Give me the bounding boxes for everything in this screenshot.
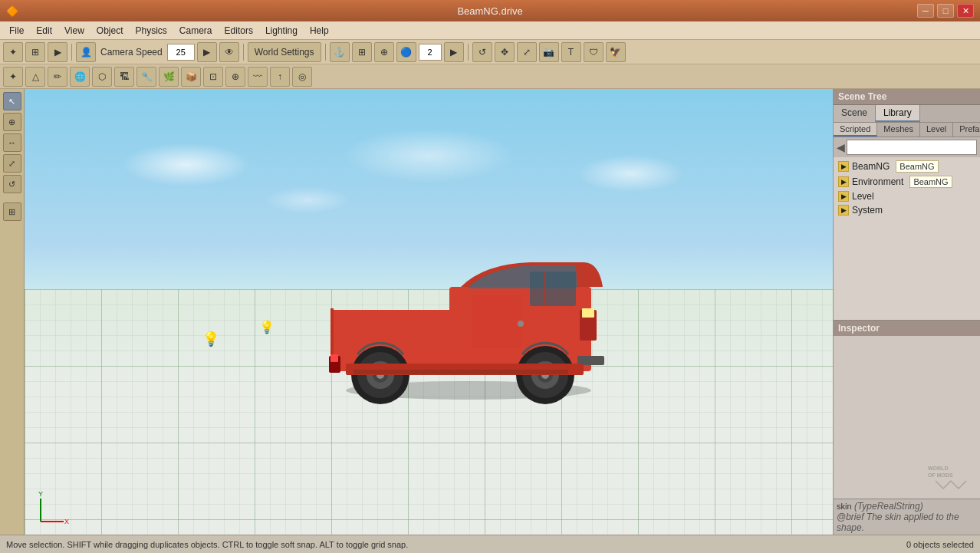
lamp-object-1: 💡 xyxy=(202,331,219,347)
tree-item-system-label: System xyxy=(852,205,883,216)
tb2-btn-4[interactable]: 🌐 xyxy=(70,67,90,87)
tree-item-beamng-label: BeamNG xyxy=(852,161,890,172)
app-title: BeamNG.drive xyxy=(457,5,522,17)
tb2-btn-11[interactable]: ⊕ xyxy=(225,67,245,87)
toolbar-separator-3 xyxy=(325,44,326,61)
tree-tooltip-environment: BeamNG xyxy=(909,176,952,188)
toolbar-separator-4 xyxy=(468,44,469,61)
tb2-btn-12[interactable]: 〰 xyxy=(248,67,268,87)
lt-scale-btn[interactable]: ⤢ xyxy=(3,154,21,173)
titlebar-controls: ─ □ ✕ xyxy=(917,4,974,18)
folder-icon-system: ▶ xyxy=(838,205,849,216)
toolbar-btn-text[interactable]: T xyxy=(561,42,581,62)
titlebar-left: 🔶 xyxy=(6,5,18,17)
scene-tree-title: Scene Tree xyxy=(838,91,886,102)
left-toolbar: ↖ ⊕ ↔ ⤢ ↺ ⊞ xyxy=(0,89,25,535)
viewport[interactable]: 💡 💡 xyxy=(25,89,833,535)
tree-item-beamng[interactable]: ▶ BeamNG BeamNG xyxy=(835,159,978,174)
toolbar-btn-snap[interactable]: ⊕ xyxy=(374,42,394,62)
lib-tab-meshes[interactable]: Meshes xyxy=(877,123,920,137)
scene-tree-header: Scene Tree xyxy=(834,89,980,105)
toolbar-btn-5[interactable]: 🛡 xyxy=(584,42,603,62)
toolbar-btn-1[interactable]: ✦ xyxy=(3,42,23,62)
library-tabs: Scripted Meshes Level Prefabs xyxy=(834,123,980,137)
tb2-btn-3[interactable]: ✏ xyxy=(48,67,67,87)
tree-item-environment[interactable]: ▶ Environment BeamNG xyxy=(835,174,978,189)
toolbar-btn-play[interactable]: ▶ xyxy=(48,42,67,62)
tb2-btn-7[interactable]: 🔧 xyxy=(136,67,156,87)
library-search: ◀ xyxy=(834,137,980,157)
right-panel: Scene Tree Scene Library Scripted Meshes… xyxy=(833,89,980,535)
tree-item-system[interactable]: ▶ System xyxy=(835,203,978,217)
tb2-btn-14[interactable]: ◎ xyxy=(292,67,312,87)
snap-inc[interactable]: ▶ xyxy=(444,42,464,62)
toolbar-btn-6[interactable]: 🦅 xyxy=(606,42,626,62)
toolbar-btn-2[interactable]: ⊞ xyxy=(25,42,45,62)
truck-object xyxy=(307,241,630,410)
tab-scene[interactable]: Scene xyxy=(834,105,876,122)
tb2-btn-5[interactable]: ⬡ xyxy=(92,67,112,87)
toolbar-btn-refresh[interactable]: ↺ xyxy=(472,42,492,62)
lib-tab-scripted[interactable]: Scripted xyxy=(834,123,877,137)
toolbar-separator-1 xyxy=(71,44,72,61)
menu-help[interactable]: Help xyxy=(304,24,335,38)
camera-speed-input[interactable] xyxy=(167,44,195,61)
scene-tree-tabs: Scene Library xyxy=(834,105,980,123)
tb2-btn-2[interactable]: △ xyxy=(25,67,45,87)
tb2-btn-13[interactable]: ↑ xyxy=(270,67,290,87)
inspector-panel: Inspector WORLD OF MODS skin (TypeRealSt… xyxy=(834,320,980,535)
menu-camera[interactable]: Camera xyxy=(173,24,219,38)
tree-content: ▶ BeamNG BeamNG ▶ Environment BeamNG ▶ L… xyxy=(834,157,980,320)
tree-item-level-label: Level xyxy=(852,191,874,202)
folder-icon-beamng: ▶ xyxy=(838,161,849,172)
menu-editors[interactable]: Editors xyxy=(219,24,259,38)
tb2-btn-10[interactable]: ⊡ xyxy=(203,67,223,87)
restore-button[interactable]: □ xyxy=(937,4,954,18)
tb2-btn-6[interactable]: 🏗 xyxy=(114,67,134,87)
status-message: Move selection. SHIFT while dragging dup… xyxy=(6,540,408,549)
lib-tab-level[interactable]: Level xyxy=(920,123,953,137)
snap-value-input[interactable] xyxy=(419,44,442,61)
camera-speed-label: Camera Speed xyxy=(100,47,163,58)
toolbar-btn-move[interactable]: ✥ xyxy=(495,42,515,62)
tree-item-level[interactable]: ▶ Level xyxy=(835,189,978,203)
tb2-btn-8[interactable]: 🌿 xyxy=(159,67,179,87)
minimize-button[interactable]: ─ xyxy=(917,4,934,18)
lib-tab-prefabs[interactable]: Prefabs xyxy=(953,123,980,137)
lt-move-btn[interactable]: ↔ xyxy=(3,133,21,152)
close-button[interactable]: ✕ xyxy=(957,4,974,18)
tb2-btn-1[interactable]: ✦ xyxy=(3,67,23,87)
menu-object[interactable]: Object xyxy=(90,24,130,38)
camera-speed-inc[interactable]: ▶ xyxy=(197,42,217,62)
app-icon: 🔶 xyxy=(6,5,18,17)
toolbar-btn-camera2[interactable]: 📷 xyxy=(539,42,559,62)
truck-svg xyxy=(307,241,630,410)
lt-grid-btn[interactable]: ⊞ xyxy=(3,202,21,221)
toolbar-btn-magnet[interactable]: 🔵 xyxy=(396,42,416,62)
library-search-input[interactable] xyxy=(847,140,977,155)
tree-item-environment-label: Environment xyxy=(852,176,903,187)
toolbar-btn-person[interactable]: 👤 xyxy=(76,42,96,62)
toolbar-btn-scale2[interactable]: ⤢ xyxy=(517,42,537,62)
toolbar-btn-grid[interactable]: ⊞ xyxy=(352,42,372,62)
svg-text:WORLD: WORLD xyxy=(928,466,948,471)
menu-view[interactable]: View xyxy=(58,24,90,38)
inspector-skin-desc: @brief The skin applied to the shape. xyxy=(837,512,977,533)
menu-file[interactable]: File xyxy=(3,24,30,38)
toolbar-btn-anchor[interactable]: ⚓ xyxy=(330,42,350,62)
lt-expand-btn[interactable]: ⊕ xyxy=(3,113,21,131)
lt-rotate-btn[interactable]: ↺ xyxy=(3,175,21,193)
tab-library[interactable]: Library xyxy=(876,105,920,122)
inspector-skin-label: skin xyxy=(837,502,852,511)
lt-select-btn[interactable]: ↖ xyxy=(3,92,21,110)
tb2-btn-9[interactable]: 📦 xyxy=(181,67,201,87)
menu-physics[interactable]: Physics xyxy=(130,24,173,38)
menu-edit[interactable]: Edit xyxy=(30,24,58,38)
titlebar: 🔶 BeamNG.drive ─ □ ✕ xyxy=(0,0,980,21)
camera-preview[interactable]: 👁 xyxy=(219,42,239,62)
world-settings-button[interactable]: World Settings xyxy=(248,42,321,62)
tree-tooltip-beamng: BeamNG xyxy=(896,160,938,173)
inspector-header: Inspector xyxy=(834,321,980,336)
menu-lighting[interactable]: Lighting xyxy=(259,24,304,38)
search-back-arrow[interactable]: ◀ xyxy=(837,141,845,153)
